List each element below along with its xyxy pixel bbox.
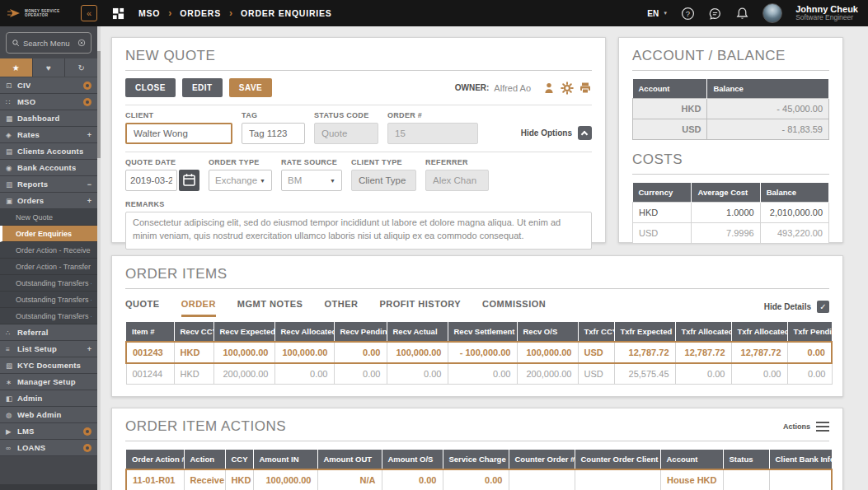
- collapse-section-icon: −: [87, 180, 91, 189]
- breadcrumb-section[interactable]: ORDERS: [180, 8, 221, 18]
- chevron-down-icon: ▼: [663, 11, 668, 16]
- order-item-actions-table: Order Action # Action CCY Amount IN Amou…: [125, 450, 833, 490]
- referrer-field: [425, 170, 489, 191]
- client-field[interactable]: [125, 123, 232, 144]
- tag-field[interactable]: [242, 123, 305, 144]
- sidebar-item-referral[interactable]: ∴ Referral: [0, 324, 97, 341]
- tab-commission[interactable]: COMMISSION: [482, 296, 546, 317]
- sidebar-item-order-enquiries[interactable]: Order Enquiries: [0, 226, 97, 242]
- sidebar-collapse-button[interactable]: «: [81, 5, 97, 21]
- checkbox-checked-icon[interactable]: ✓: [817, 301, 829, 313]
- chevron-right-icon: ›: [168, 7, 171, 19]
- sidebar-item-reports[interactable]: ▥ Reports −: [0, 176, 97, 193]
- notifications-button[interactable]: [735, 7, 749, 21]
- chevron-right-icon: ›: [229, 7, 232, 19]
- sidebar-item-loans[interactable]: ∞ LOANS: [0, 440, 97, 456]
- sidebar-item-order-action-receive-enquiry[interactable]: Order Action - Receive Enquiry: [0, 242, 97, 259]
- save-button[interactable]: SAVE: [229, 78, 273, 97]
- sidebar-item-kyc-documents[interactable]: ▧ KYC Documents: [0, 357, 97, 374]
- tab-other[interactable]: OTHER: [324, 296, 358, 317]
- sidebar-item-admin[interactable]: ◧ Admin: [0, 390, 97, 407]
- order-type-select[interactable]: Exchange ▼: [209, 170, 272, 191]
- sidebar-item-outstanding-transfers-usd[interactable]: Outstanding Transfers - USD: [0, 292, 97, 308]
- table-row-selected[interactable]: 001243 HKD 100,000.00 100,000.00 0.00 10…: [126, 342, 832, 363]
- table-row[interactable]: HKD 1.0000 2,010,000.00: [633, 203, 829, 223]
- sidebar-item-orders[interactable]: ▣ Orders +: [0, 193, 97, 209]
- sidebar-item-bank-accounts[interactable]: ◉ Bank Accounts: [0, 160, 97, 176]
- tab-order[interactable]: ORDER: [181, 296, 216, 317]
- order-number-label: ORDER #: [387, 111, 478, 119]
- table-row[interactable]: USD 7.9996 493,220.00: [633, 223, 829, 244]
- sidebar-tab-favorites[interactable]: ★: [0, 58, 32, 77]
- sidebar-tab-liked[interactable]: ♥: [33, 58, 65, 77]
- calendar-button[interactable]: [179, 170, 199, 191]
- owner-value: Alfred Ao: [494, 83, 531, 93]
- apps-grid-icon: [112, 7, 124, 20]
- sidebar-item-order-action-transfer-enquiry[interactable]: Order Action - Transfer Enquiry: [0, 259, 97, 275]
- remarks-field[interactable]: Consectetur adipiscing elit, sed do eius…: [125, 212, 592, 250]
- sidebar-item-web-admin[interactable]: ◍ Web Admin: [0, 407, 97, 423]
- sidebar-item-mso[interactable]: ∷ MSO: [0, 94, 97, 110]
- sidebar-item-list-setup[interactable]: ≡ List Setup +: [0, 341, 97, 357]
- gear-icon: [561, 82, 574, 95]
- breadcrumb-app[interactable]: MSO: [138, 8, 160, 18]
- rate-source-select[interactable]: BM ▼: [281, 170, 342, 191]
- table-row[interactable]: 001244 HKD 200,000.00 0.00 0.00 0.00 0.0…: [126, 363, 832, 385]
- search-input[interactable]: [23, 39, 74, 48]
- chevron-down-icon: ▼: [260, 178, 265, 184]
- language-selector[interactable]: EN ▼: [647, 9, 668, 18]
- sidebar-hscrollbar[interactable]: [0, 484, 97, 490]
- tab-profit-history[interactable]: PROFIT HISTORY: [379, 296, 461, 317]
- sidebar: ★ ♥ ↻ ⊡ CIV ∷ MSO ▦ Dashboard ◈ Rates: [0, 26, 101, 490]
- chevron-up-icon[interactable]: [578, 126, 592, 140]
- tab-mgmt-notes[interactable]: MGMT NOTES: [237, 296, 303, 317]
- hide-details-toggle[interactable]: Hide Details ✓: [764, 301, 829, 317]
- table-row-selected[interactable]: 11-01-R01 Receive HKD 100,000.00 N/A 0.0…: [126, 469, 832, 490]
- lms-icon: ▶: [6, 427, 17, 436]
- owner-label: OWNER:: [455, 83, 490, 92]
- sidebar-item-outstanding-transfers-cny[interactable]: Outstanding Transfers - CNY: [0, 275, 97, 292]
- referrer-label: REFERRER: [425, 158, 489, 166]
- tab-quote[interactable]: QUOTE: [125, 296, 160, 317]
- table-row[interactable]: HKD - 45,000.00: [633, 99, 829, 119]
- status-code-field: [314, 123, 378, 144]
- kyc-documents-icon: ▧: [6, 362, 17, 370]
- sidebar-item-outstanding-transfers-usd-2[interactable]: Outstanding Transfers - USD: [0, 308, 97, 324]
- close-button[interactable]: CLOSE: [125, 78, 176, 97]
- referral-icon: ∴: [6, 329, 17, 337]
- table-row[interactable]: USD - 81,83.59: [633, 119, 829, 140]
- bank-accounts-icon: ◉: [6, 164, 17, 172]
- page-title: NEW QUOTE: [125, 48, 592, 71]
- sidebar-item-clients-accounts[interactable]: ▤ Clients Accounts: [0, 143, 97, 160]
- hide-options-toggle[interactable]: Hide Options: [521, 126, 592, 144]
- sidebar-search: [6, 32, 91, 54]
- account-balance-panel: ACCOUNT / BALANCE Account Balance HKD - …: [618, 37, 843, 243]
- sidebar-item-manager-setup[interactable]: ∗ Manager Setup: [0, 374, 97, 390]
- sidebar-item-lms[interactable]: ▶ LMS: [0, 423, 97, 440]
- apps-grid-button[interactable]: [106, 0, 130, 26]
- user-role: Software Engineer: [795, 14, 858, 22]
- sidebar-item-civ[interactable]: ⊡ CIV: [0, 77, 97, 94]
- chat-button[interactable]: [708, 7, 722, 21]
- clear-search-icon[interactable]: [77, 39, 86, 47]
- language-label: EN: [647, 9, 659, 18]
- sidebar-item-dashboard[interactable]: ▦ Dashboard: [0, 110, 97, 127]
- settings-button[interactable]: [561, 82, 574, 95]
- sidebar-item-new-quote[interactable]: New Quote: [0, 209, 97, 226]
- sidebar-item-rates[interactable]: ◈ Rates +: [0, 127, 97, 143]
- print-button[interactable]: [579, 82, 592, 95]
- edit-button[interactable]: EDIT: [182, 78, 223, 97]
- help-icon: ?: [681, 7, 695, 21]
- rates-icon: ◈: [6, 131, 17, 139]
- hamburger-menu-icon: [816, 422, 829, 432]
- breadcrumb-page[interactable]: ORDER ENQUIRIES: [241, 8, 332, 18]
- actions-menu-button[interactable]: Actions: [783, 422, 829, 432]
- admin-icon: ◧: [6, 394, 17, 403]
- sidebar-tab-recent[interactable]: ↻: [65, 58, 97, 77]
- owner-person-button[interactable]: [542, 82, 556, 95]
- heart-icon: ♥: [46, 63, 51, 72]
- help-button[interactable]: ?: [681, 7, 695, 21]
- costs-title: COSTS: [632, 152, 829, 175]
- avatar[interactable]: [762, 3, 782, 23]
- quote-date-field[interactable]: [125, 170, 177, 191]
